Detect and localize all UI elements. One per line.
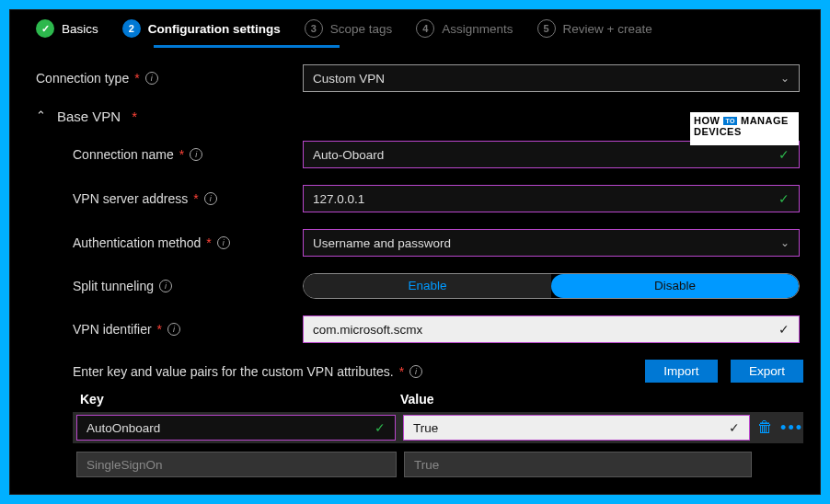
info-icon[interactable]: i bbox=[190, 148, 202, 161]
check-icon: ✓ bbox=[375, 420, 386, 435]
select-value: Username and password bbox=[313, 236, 451, 250]
vpn-server-label: VPN server address* i bbox=[36, 191, 303, 206]
watermark-logo: HOWTOMANAGE DEVICES bbox=[690, 112, 799, 145]
split-tunnel-toggle[interactable]: Enable Disable bbox=[303, 273, 800, 299]
step-review[interactable]: 5 Review + create bbox=[537, 19, 652, 38]
value-cell[interactable]: True bbox=[404, 452, 752, 477]
input-value: 127.0.0.1 bbox=[313, 192, 364, 206]
check-icon: ✓ bbox=[36, 19, 54, 38]
toggle-enable[interactable]: Enable bbox=[304, 274, 551, 298]
section-title: Base VPN bbox=[57, 109, 121, 124]
info-icon[interactable]: i bbox=[145, 72, 158, 85]
check-icon: ✓ bbox=[778, 322, 790, 337]
input-value: Auto-Oboard bbox=[313, 148, 384, 162]
step-label: Basics bbox=[62, 22, 98, 36]
vpn-id-label: VPN identifier* i bbox=[36, 322, 303, 337]
key-cell[interactable]: SingleSignOn bbox=[76, 452, 397, 477]
col-key: Key bbox=[73, 392, 400, 407]
toggle-disable[interactable]: Disable bbox=[551, 274, 799, 298]
check-icon: ✓ bbox=[729, 420, 740, 435]
step-number: 4 bbox=[416, 19, 434, 38]
chevron-down-icon: ⌄ bbox=[780, 236, 790, 249]
split-tunnel-label: Split tunneling i bbox=[36, 279, 303, 293]
connection-type-select[interactable]: Custom VPN ⌄ bbox=[303, 64, 800, 92]
info-icon[interactable]: i bbox=[204, 192, 217, 205]
auth-method-select[interactable]: Username and password ⌄ bbox=[303, 229, 800, 257]
input-value: com.microsoft.scmx bbox=[313, 323, 422, 337]
vpn-id-input[interactable]: com.microsoft.scmx ✓ bbox=[303, 315, 800, 343]
step-basics[interactable]: ✓ Basics bbox=[36, 19, 98, 38]
table-row: AutoOnboard ✓ True ✓ 🗑 ••• bbox=[73, 412, 803, 443]
vpn-server-input[interactable]: 127.0.0.1 ✓ bbox=[303, 185, 800, 212]
step-number: 3 bbox=[305, 19, 323, 38]
base-vpn-section-header[interactable]: ⌃ Base VPN* bbox=[36, 109, 803, 124]
step-assignments[interactable]: 4 Assignments bbox=[416, 19, 513, 38]
check-icon: ✓ bbox=[778, 191, 790, 206]
more-icon[interactable]: ••• bbox=[780, 418, 803, 438]
table-row: SingleSignOn True bbox=[73, 449, 803, 480]
chevron-down-icon: ⌄ bbox=[780, 72, 790, 85]
col-value: Value bbox=[400, 392, 434, 407]
step-label: Review + create bbox=[563, 22, 652, 36]
connection-name-label: Connection name* i bbox=[36, 147, 303, 162]
check-icon: ✓ bbox=[778, 147, 790, 162]
step-number: 2 bbox=[122, 19, 141, 38]
active-tab-underline bbox=[154, 45, 340, 48]
step-number: 5 bbox=[537, 19, 556, 38]
export-button[interactable]: Export bbox=[731, 360, 803, 383]
step-scope[interactable]: 3 Scope tags bbox=[305, 19, 393, 38]
kv-table: Key Value AutoOnboard ✓ True ✓ 🗑 ••• Sin… bbox=[73, 392, 803, 480]
delete-icon[interactable]: 🗑 bbox=[757, 418, 773, 437]
value-cell[interactable]: True ✓ bbox=[403, 415, 750, 441]
connection-type-label: Connection type* i bbox=[36, 71, 303, 86]
import-button[interactable]: Import bbox=[645, 360, 717, 383]
key-cell[interactable]: AutoOnboard ✓ bbox=[76, 415, 396, 441]
info-icon[interactable]: i bbox=[159, 280, 172, 292]
step-label: Assignments bbox=[442, 22, 513, 36]
info-icon[interactable]: i bbox=[217, 236, 230, 249]
auth-method-label: Authentication method* i bbox=[36, 235, 303, 250]
info-icon[interactable]: i bbox=[409, 365, 422, 378]
step-label: Scope tags bbox=[330, 22, 393, 36]
wizard-stepper: ✓ Basics 2 Configuration settings 3 Scop… bbox=[36, 10, 803, 45]
chevron-up-icon: ⌃ bbox=[36, 109, 46, 122]
info-icon[interactable]: i bbox=[167, 323, 180, 336]
step-config[interactable]: 2 Configuration settings bbox=[122, 19, 281, 38]
step-label: Configuration settings bbox=[148, 22, 281, 36]
select-value: Custom VPN bbox=[313, 72, 385, 86]
kv-prompt: Enter key and value pairs for the custom… bbox=[73, 364, 422, 379]
